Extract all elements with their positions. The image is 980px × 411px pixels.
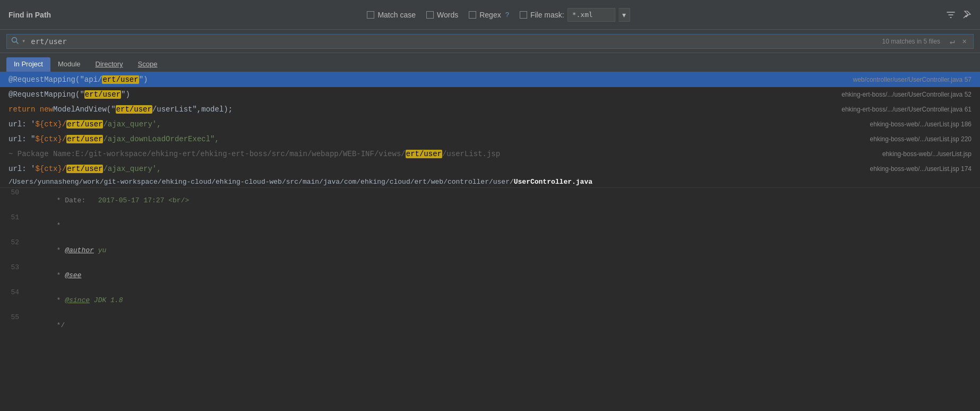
result-code: @RequestMapping("api/ert/user") [8, 75, 845, 84]
svg-line-2 [16, 41, 19, 44]
search-options: Match case Words Regex ? File mask: ▾ [64, 8, 933, 22]
search-dropdown-arrow[interactable]: ▾ [22, 37, 25, 45]
result-file: web/controller/user/UserController.java … [853, 76, 972, 83]
words-option[interactable]: Words [426, 11, 458, 19]
regex-checkbox[interactable] [469, 11, 476, 19]
line-num-54: 54 [0, 288, 28, 296]
full-path-row: /Users/yunnasheng/work/git-workspace/ehk… [0, 176, 980, 188]
close-search-btn[interactable]: ✕ [960, 37, 969, 46]
match-case-checkbox[interactable] [367, 11, 374, 19]
code-line: 50 * Date: 2017-05-17 17:27 <br/> [0, 188, 980, 213]
pin-icon[interactable] [962, 10, 972, 20]
file-mask-label: File mask: [530, 11, 564, 19]
search-icon [11, 37, 19, 46]
result-file: ehking-boss-web/.../userList.jsp 186 [870, 121, 972, 128]
file-mask-input[interactable] [568, 8, 615, 22]
file-mask-checkbox[interactable] [520, 11, 527, 19]
line-num-50: 50 [0, 189, 28, 196]
tab-module[interactable]: Module [50, 57, 88, 72]
filter-icon[interactable] [946, 10, 956, 20]
line-content-51: * [28, 213, 980, 237]
result-file: ehking-boss-web/.../userList.jsp 220 [870, 135, 972, 143]
code-line: 51 * [0, 213, 980, 238]
code-line: 55 */ [0, 313, 980, 338]
find-in-path-title: Find in Path [8, 11, 51, 19]
match-case-option[interactable]: Match case [367, 11, 416, 19]
tab-directory[interactable]: Directory [88, 57, 131, 72]
result-code: ~ Package Name:E:/git-workspace/ehking-e… [8, 150, 874, 158]
file-mask-group: File mask: ▾ [520, 8, 630, 22]
line-content-54: * @since JDK 1.8 [28, 288, 980, 312]
result-code: return new ModelAndView("ert/user/userLi… [8, 105, 833, 114]
regex-option[interactable]: Regex ? [469, 11, 509, 19]
result-code: url: '${ctx}/ert/user/ajax_query', [8, 120, 862, 129]
result-code: url: "${ctx}/ert/user/ajax_downLoadOrder… [8, 135, 862, 143]
result-row[interactable]: ~ Package Name:E:/git-workspace/ehking-e… [0, 147, 980, 161]
words-checkbox[interactable] [426, 11, 434, 19]
result-row[interactable]: return new ModelAndView("ert/user/userLi… [0, 102, 980, 117]
line-content-52: * @author yu [28, 238, 980, 262]
regex-help-icon[interactable]: ? [505, 11, 509, 19]
words-label: Words [437, 11, 458, 19]
result-file: ehking-boss-web/.../userList.jsp [882, 150, 972, 158]
full-path-text: /Users/yunnasheng/work/git-workspace/ehk… [8, 178, 592, 186]
result-row[interactable]: @RequestMapping("api/ert/user") web/cont… [0, 72, 980, 87]
scope-tabs: In Project Module Directory Scope [0, 53, 980, 72]
code-line: 52 * @author yu [0, 238, 980, 263]
tab-in-project[interactable]: In Project [6, 57, 50, 72]
result-row[interactable]: @RequestMapping("ert/user") ehking-ert-b… [0, 87, 980, 102]
result-code: url: '${ctx}/ert/user/ajax_query', [8, 165, 862, 173]
search-input[interactable] [31, 37, 879, 46]
result-file: ehking-ert-boss/.../user/UserController.… [841, 91, 972, 98]
code-editor: 50 * Date: 2017-05-17 17:27 <br/> 51 * 5… [0, 188, 980, 338]
header-icons [946, 10, 972, 20]
search-bar: ▾ 10 matches in 5 files ↵ ✕ [0, 30, 980, 53]
match-case-label: Match case [377, 11, 416, 19]
line-num-53: 53 [0, 263, 28, 271]
result-file: ehking-boss-web/.../userList.jsp 174 [870, 165, 972, 173]
line-num-52: 52 [0, 238, 28, 246]
match-count: 10 matches in 5 files [882, 38, 940, 45]
regex-label: Regex [479, 11, 501, 19]
header-bar: Find in Path Match case Words Regex ? Fi… [0, 0, 980, 30]
line-content-53: * @see [28, 263, 980, 287]
line-content-55: */ [28, 313, 980, 337]
line-num-51: 51 [0, 213, 28, 221]
result-code: @RequestMapping("ert/user") [8, 90, 833, 99]
code-line: 54 * @since JDK 1.8 [0, 288, 980, 313]
file-mask-dropdown-btn[interactable]: ▾ [618, 8, 630, 22]
tab-scope[interactable]: Scope [131, 57, 165, 72]
result-row[interactable]: url: '${ctx}/ert/user/ajax_query', ehkin… [0, 161, 980, 176]
line-content-50: * Date: 2017-05-17 17:27 <br/> [28, 189, 980, 212]
result-file: ehking-ert-boss/.../user/UserController.… [841, 106, 972, 113]
line-num-55: 55 [0, 313, 28, 321]
code-line: 53 * @see [0, 263, 980, 288]
prev-match-btn[interactable]: ↵ [948, 36, 957, 47]
result-row[interactable]: url: '${ctx}/ert/user/ajax_query', ehkin… [0, 117, 980, 132]
results-list: @RequestMapping("api/ert/user") web/cont… [0, 72, 980, 176]
result-row[interactable]: url: "${ctx}/ert/user/ajax_downLoadOrder… [0, 132, 980, 147]
search-input-wrapper: ▾ 10 matches in 5 files ↵ ✕ [6, 34, 974, 49]
